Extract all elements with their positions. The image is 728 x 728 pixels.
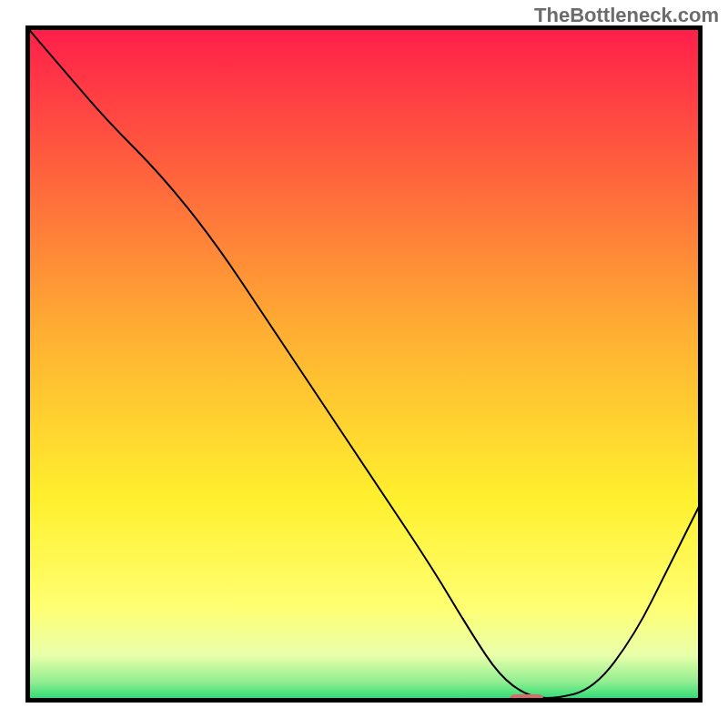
optimal-range-marker [25, 25, 703, 703]
watermark-text: TheBottleneck.com [534, 4, 719, 27]
svg-rect-1 [510, 694, 543, 703]
plot-area [25, 25, 703, 703]
chart-root: TheBottleneck.com [0, 0, 728, 728]
